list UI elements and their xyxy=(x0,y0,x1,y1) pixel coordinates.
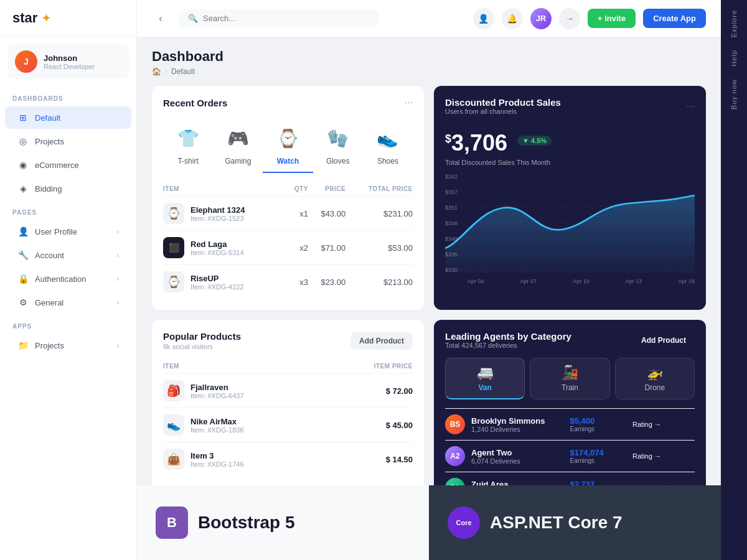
agent-name: Brooklyn Simmons xyxy=(471,416,545,426)
topbar: ‹ 🔍 👤 🔔 JR → + Invite Create App xyxy=(137,0,721,37)
product-name: RiseUP xyxy=(190,274,244,283)
sidebar-item-label: Authentication xyxy=(35,274,86,284)
explore-panel-item[interactable]: Explore xyxy=(730,10,738,37)
agent-earnings: $5,400 xyxy=(570,416,627,426)
create-app-button[interactable]: Create App xyxy=(643,9,706,28)
sidebar-item-userprofile[interactable]: 👤 User Profile › xyxy=(5,220,131,243)
y-label-4: $340 xyxy=(445,236,467,242)
invite-button[interactable]: + Invite xyxy=(588,9,636,28)
sidebar-item-label: eCommerce xyxy=(35,161,79,170)
arrow-right-icon[interactable]: → xyxy=(559,8,580,29)
topbar-avatar[interactable]: JR xyxy=(530,8,552,29)
breadcrumb: 🏠 › Default xyxy=(152,67,223,76)
agent-cat-train[interactable]: 🚂 Train xyxy=(530,358,609,399)
product-info: Fjallraven Item: #XDG-6437 xyxy=(190,383,244,399)
col-price: PRICE xyxy=(308,182,345,197)
bootstrap-title: Bootstrap 5 xyxy=(198,513,295,533)
auth-icon: 🔒 xyxy=(17,273,29,284)
sales-header: Discounted Product Sales Users from all … xyxy=(445,97,695,115)
cat-shoes[interactable]: 👟 Shoes xyxy=(363,117,413,173)
rating-button[interactable]: Rating → xyxy=(626,418,667,431)
table-row: BS Brooklyn Simmons 1,240 Deliveries $5,… xyxy=(445,409,695,441)
sales-menu-icon[interactable]: ··· xyxy=(687,101,695,112)
product-img: 👟 xyxy=(163,414,184,436)
cat-tshirt[interactable]: 👕 T-shirt xyxy=(163,117,213,173)
projects-app-icon: 📁 xyxy=(17,340,29,351)
main-wrapper: ‹ 🔍 👤 🔔 JR → + Invite Create App Dashboa… xyxy=(137,0,721,560)
price-cell: $ 45.00 xyxy=(332,408,413,442)
sidebar-item-bidding[interactable]: ◈ Bidding xyxy=(5,177,131,200)
buy-now-panel-item[interactable]: Buy now xyxy=(730,79,738,110)
table-row: 👟 Nike AirMax Item: #XDG-1836 $ 45.00 xyxy=(163,408,413,442)
ecommerce-icon: ◉ xyxy=(17,159,29,170)
table-row: 👜 Item 3 Item: #XDG-1746 $ 14.50 xyxy=(163,442,413,477)
price-cell: $ 14.50 xyxy=(332,442,413,477)
sidebar-item-account[interactable]: 🔧 Account › xyxy=(5,244,131,266)
x-label-3: Apr 13 xyxy=(626,278,642,284)
agent-avatar: BS xyxy=(445,414,465,434)
bootstrap-icon: B xyxy=(156,506,188,539)
user-circle-icon[interactable]: 👤 xyxy=(473,8,494,29)
product-id: Item: #XDG-5314 xyxy=(190,249,244,256)
product-name: Elephant 1324 xyxy=(190,205,245,215)
y-label-1: $357 xyxy=(445,189,467,195)
collapse-button[interactable]: ‹ xyxy=(152,10,169,27)
search-input[interactable] xyxy=(203,14,370,23)
orders-title-group: Recent Orders xyxy=(163,98,227,108)
rating-button[interactable]: Rating → xyxy=(626,449,667,463)
cat-label: Watch xyxy=(277,157,299,166)
sidebar-item-default[interactable]: ⊞ Default xyxy=(5,106,131,129)
qty-cell: x2 xyxy=(287,231,308,265)
section-label-apps: APPS xyxy=(0,314,136,334)
section-label-dashboards: DASHBOARDS xyxy=(0,86,136,106)
cat-watch[interactable]: ⌚ Watch xyxy=(263,117,312,173)
help-panel-item[interactable]: Help xyxy=(730,50,738,67)
agent-deliveries: 6,074 Deliveries xyxy=(471,457,520,465)
topbar-right: 👤 🔔 JR → + Invite Create App xyxy=(473,8,706,29)
page-header: Dashboard 🏠 › Default xyxy=(137,37,721,76)
agent-earnings: $174,074 xyxy=(570,448,627,457)
agent-cat-drone[interactable]: 🚁 Drone xyxy=(615,358,695,399)
cat-label: Gaming xyxy=(225,157,251,166)
product-name: Red Laga xyxy=(190,240,244,249)
y-label-3: $346 xyxy=(445,220,467,226)
bell-icon[interactable]: 🔔 xyxy=(502,8,523,29)
x-label-2: Apr 10 xyxy=(573,278,590,284)
x-label-1: Apr 07 xyxy=(520,278,537,284)
orders-menu-icon[interactable]: ··· xyxy=(405,97,413,108)
cat-gaming[interactable]: 🎮 Gaming xyxy=(213,117,263,173)
agent-cat-van[interactable]: 🚐 Van xyxy=(445,358,525,399)
product-img: ⌚ xyxy=(163,203,184,224)
sidebar-item-projects-app[interactable]: 📁 Projects › xyxy=(5,334,131,357)
home-icon[interactable]: 🏠 xyxy=(152,67,161,76)
agents-add-product-button[interactable]: Add Product xyxy=(632,332,695,349)
sidebar-item-ecommerce[interactable]: ◉ eCommerce xyxy=(5,154,131,176)
chevron-down-icon: › xyxy=(117,276,119,282)
products-subtitle: 8k social visitors xyxy=(163,343,241,350)
sales-title-group: Discounted Product Sales Users from all … xyxy=(445,97,561,115)
cat-gloves[interactable]: 🧤 Gloves xyxy=(313,117,363,173)
product-name: Item 3 xyxy=(190,451,244,460)
sales-amount: $3,706 xyxy=(445,130,507,156)
agent-avatar: A2 xyxy=(445,446,465,466)
van-icon: 🚐 xyxy=(477,365,494,381)
search-container: 🔍 xyxy=(179,9,378,27)
product-cell: ⬛ Red Laga Item: #XDG-5314 xyxy=(163,237,287,258)
train-icon: 🚂 xyxy=(561,365,578,381)
orders-title: Recent Orders xyxy=(163,98,227,108)
products-title-group: Popular Products 8k social visitors xyxy=(163,331,241,350)
sidebar-item-general[interactable]: ⚙ General › xyxy=(5,291,131,314)
aspnet-icon: Core xyxy=(448,506,480,539)
chart-y-axis: $362 $357 $351 $346 $340 $335 $330 xyxy=(445,174,467,273)
cat-label: Train xyxy=(561,383,578,392)
currency-symbol: $ xyxy=(445,133,451,145)
chart-x-axis: Apr 04 Apr 07 Apr 10 Apr 13 Apr 18 xyxy=(467,278,695,284)
logo-text: star xyxy=(12,10,37,26)
sidebar-item-authentication[interactable]: 🔒 Authentication › xyxy=(5,268,131,290)
sidebar-item-projects[interactable]: ◎ Projects xyxy=(5,130,131,152)
main-content: ‹ 🔍 👤 🔔 JR → + Invite Create App Dashboa… xyxy=(137,0,721,560)
sidebar-user[interactable]: J Johnson React Developer xyxy=(7,44,129,79)
product-img: ⬛ xyxy=(163,237,184,258)
add-product-button[interactable]: Add Product xyxy=(350,332,413,350)
sidebar-item-label: Account xyxy=(35,251,64,260)
